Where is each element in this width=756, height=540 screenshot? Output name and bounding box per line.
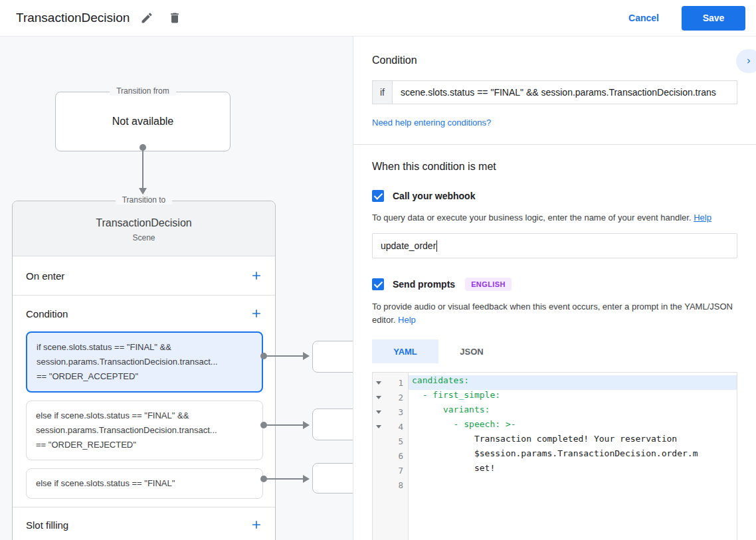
code-line [409, 478, 737, 492]
condition-line: == "ORDER_REJECTED" [36, 438, 253, 452]
code-line: - speech: >- [409, 419, 737, 434]
when-condition-title: When this condition is met [372, 161, 737, 173]
webhook-description: To query data or execute your business l… [372, 211, 737, 225]
connector-arrowhead-icon [139, 188, 147, 195]
save-button[interactable]: Save [682, 6, 745, 31]
yaml-code-editor: 1 2 3 4 5 6 7 8 candidates: - first_simp… [372, 372, 737, 540]
transition-target-box[interactable] [312, 463, 353, 494]
condition-arrowhead-icon [303, 421, 310, 429]
add-on-enter-button[interactable] [247, 266, 266, 285]
transition-to-label: Transition to [116, 195, 173, 205]
slot-filling-section: Slot filling [13, 507, 275, 540]
condition-arrowhead-icon [303, 352, 310, 360]
condition-expression-input[interactable]: scene.slots.status == "FINAL" && session… [392, 80, 737, 104]
tab-json[interactable]: JSON [438, 339, 505, 363]
editor-code-area[interactable]: candidates: - first_simple: variants: - … [409, 373, 737, 540]
plus-icon [250, 307, 263, 320]
fold-arrow-icon[interactable] [373, 381, 385, 385]
text-caret [436, 240, 437, 252]
pencil-icon [140, 11, 153, 25]
condition-connector-line [266, 424, 304, 426]
condition-connector-dot [260, 422, 267, 428]
condition-line: else if scene.slots.status == "FINAL" [36, 476, 253, 491]
code-line: candidates: [409, 375, 737, 390]
condition-line: == "ORDER_ACCEPTED" [37, 369, 252, 384]
prompts-help-link[interactable]: Help [398, 315, 416, 325]
fold-arrow-icon[interactable] [373, 396, 385, 399]
transition-to-box: Transition to TransactionDecision Scene … [12, 201, 276, 540]
condition-line: if scene.slots.status == "FINAL" && [37, 340, 252, 355]
editor-gutter: 1 2 3 4 5 6 7 8 [373, 373, 409, 540]
send-prompts-checkbox[interactable] [372, 278, 384, 290]
code-line: - first_simple: [409, 390, 737, 405]
collapse-panel-button[interactable] [736, 49, 756, 73]
code-line: set! [409, 463, 737, 478]
condition-connector-dot [260, 476, 267, 482]
send-prompts-label: Send prompts [393, 279, 455, 290]
edit-scene-button[interactable] [136, 7, 157, 29]
if-prefix: if [372, 80, 392, 104]
panel-title: Condition [372, 54, 737, 66]
delete-scene-button[interactable] [164, 7, 185, 29]
condition-editor-panel: Condition if scene.slots.status == "FINA… [353, 37, 756, 540]
condition-line: session.params.TransactionDecision.trans… [36, 423, 253, 438]
cancel-button[interactable]: Cancel [628, 13, 659, 23]
call-webhook-checkbox[interactable] [372, 190, 384, 202]
on-enter-label: On enter [26, 270, 64, 282]
editor-format-tabs: YAML JSON [372, 339, 737, 363]
condition-help-link[interactable]: Need help entering conditions? [372, 118, 491, 128]
trash-icon [168, 11, 181, 25]
condition-card-rejected[interactable]: else if scene.slots.status == "FINAL" &&… [26, 401, 263, 460]
condition-connector-dot [260, 353, 267, 359]
code-line: Transaction completed! Your reservation [409, 434, 737, 448]
on-enter-section: On enter [13, 256, 275, 295]
webhook-handler-input[interactable]: update_order [372, 233, 737, 258]
top-bar: TransactionDecision Cancel Save [0, 0, 756, 37]
condition-section: Condition [13, 296, 275, 331]
fold-arrow-icon[interactable] [373, 425, 385, 428]
code-line: variants: [409, 405, 737, 419]
condition-arrowhead-icon [303, 475, 310, 483]
webhook-help-link[interactable]: Help [694, 213, 711, 223]
scene-header[interactable]: TransactionDecision Scene [13, 201, 275, 256]
code-line: $session.params.TransactionDecision.orde… [409, 448, 737, 463]
fold-arrow-icon[interactable] [373, 410, 385, 414]
condition-card-accepted[interactable]: if scene.slots.status == "FINAL" && sess… [26, 331, 263, 393]
slot-filling-label: Slot filling [26, 519, 68, 531]
call-webhook-label: Call your webhook [393, 191, 475, 201]
language-badge: ENGLISH [465, 278, 512, 291]
page-title: TransactionDecision [16, 11, 130, 25]
tab-yaml[interactable]: YAML [372, 339, 438, 363]
transition-from-box: Transition from Not available [55, 92, 231, 151]
condition-line: session.params.TransactionDecision.trans… [37, 355, 252, 369]
condition-line: else if scene.slots.status == "FINAL" && [36, 408, 253, 423]
transition-from-content: Not available [56, 92, 230, 151]
add-condition-button[interactable] [247, 304, 266, 323]
condition-section-label: Condition [26, 308, 68, 319]
scene-type: Scene [13, 233, 275, 242]
plus-icon [250, 518, 263, 531]
add-slot-button[interactable] [247, 515, 266, 534]
transition-from-label: Transition from [110, 86, 176, 96]
scene-name: TransactionDecision [13, 217, 275, 229]
chevron-right-icon [744, 56, 753, 66]
transition-target-box[interactable] [312, 408, 353, 440]
condition-connector-line [266, 355, 304, 357]
transition-target-box[interactable] [312, 341, 353, 373]
if-condition-field: if scene.slots.status == "FINAL" && sess… [372, 80, 737, 104]
connector-dot [140, 144, 146, 151]
when-condition-met-section: When this condition is met Call your web… [353, 145, 756, 540]
plus-icon [250, 269, 263, 282]
condition-card-final[interactable]: else if scene.slots.status == "FINAL" [26, 468, 263, 499]
prompts-description: To provide audio or visual feedback when… [372, 300, 737, 327]
scene-flow-canvas: Transition from Not available Transition… [0, 37, 353, 540]
connector-line [142, 149, 143, 188]
condition-section-panel: Condition if scene.slots.status == "FINA… [353, 37, 756, 145]
condition-connector-line [266, 478, 304, 480]
